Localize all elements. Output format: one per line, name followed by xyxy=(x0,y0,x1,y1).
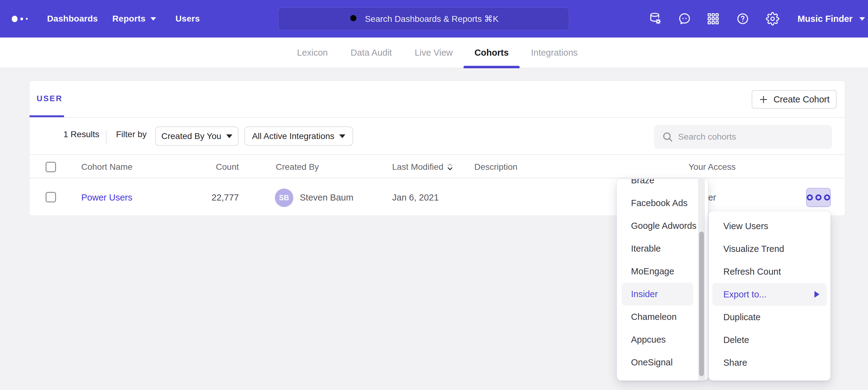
top-nav: Dashboards Reports Users Search Dashboar… xyxy=(0,0,868,37)
account-menu[interactable]: Music Finder xyxy=(798,0,865,37)
export-destinations-submenu: Braze Facebook Ads Google Adwords Iterab… xyxy=(617,179,708,381)
divider xyxy=(30,178,845,178)
column-header-count: Count xyxy=(185,162,239,172)
nav-reports[interactable]: Reports xyxy=(112,0,156,37)
tab-lexicon[interactable]: Lexicon xyxy=(297,37,328,68)
nav-dashboards-label: Dashboards xyxy=(47,14,98,24)
row-more-actions-button[interactable] xyxy=(806,188,831,207)
search-icon xyxy=(662,131,673,142)
tab-user-cohorts[interactable]: USER xyxy=(37,94,62,103)
select-all-checkbox[interactable] xyxy=(45,162,56,172)
search-icon xyxy=(349,13,359,24)
global-search[interactable]: Search Dashboards & Reports ⌘K xyxy=(278,7,569,30)
section-tabs: Lexicon Data Audit Live View Cohorts Int… xyxy=(0,37,868,68)
divider xyxy=(106,130,106,143)
submenu-item-onesignal[interactable]: OneSignal xyxy=(617,351,708,374)
submenu-item-braze[interactable]: Braze xyxy=(617,179,708,192)
menu-item-export-to[interactable]: Export to... xyxy=(712,283,827,306)
menu-item-visualize-trend[interactable]: Visualize Trend xyxy=(709,237,831,260)
account-name: Music Finder xyxy=(798,14,852,24)
tab-cohorts[interactable]: Cohorts xyxy=(474,37,508,68)
integrations-filter-dropdown[interactable]: All Active Integrations xyxy=(244,126,353,146)
nav-reports-label: Reports xyxy=(112,14,146,24)
menu-item-refresh-count[interactable]: Refresh Count xyxy=(709,260,831,283)
menu-item-duplicate[interactable]: Duplicate xyxy=(709,306,831,328)
submenu-item-moengage[interactable]: MoEngage xyxy=(617,260,708,283)
nav-users[interactable]: Users xyxy=(176,0,200,37)
submenu-item-insider[interactable]: Insider xyxy=(622,283,693,305)
column-header-cohort-name: Cohort Name xyxy=(81,162,133,172)
submenu-scrollbar-thumb[interactable] xyxy=(699,232,704,376)
settings-gear-icon[interactable] xyxy=(766,12,779,26)
submenu-item-appcues[interactable]: Appcues xyxy=(617,328,708,351)
cohort-name-link[interactable]: Power Users xyxy=(81,193,132,203)
global-search-placeholder: Search Dashboards & Reports ⌘K xyxy=(365,14,498,24)
menu-item-delete[interactable]: Delete xyxy=(709,328,831,351)
chevron-down-icon xyxy=(859,17,865,21)
cohorts-page: Dashboards Reports Users Search Dashboar… xyxy=(0,0,868,390)
help-icon[interactable] xyxy=(736,12,749,26)
chevron-down-icon xyxy=(339,134,345,138)
submenu-item-iterable[interactable]: Iterable xyxy=(617,237,708,260)
data-management-icon[interactable] xyxy=(648,12,662,26)
column-header-your-access: Your Access xyxy=(688,162,736,172)
created-by-filter-dropdown[interactable]: Created By You xyxy=(155,126,239,146)
apps-grid-icon[interactable] xyxy=(706,12,720,26)
divider xyxy=(30,117,845,118)
sort-descending-icon xyxy=(446,162,454,172)
divider xyxy=(30,154,845,155)
mixpanel-logo-icon[interactable] xyxy=(12,0,28,37)
plus-icon xyxy=(759,95,768,104)
cohort-count: 22,777 xyxy=(185,193,239,203)
menu-item-view-users[interactable]: View Users xyxy=(709,215,831,237)
row-checkbox[interactable] xyxy=(45,192,56,202)
row-actions-menu: View Users Visualize Trend Refresh Count… xyxy=(709,211,831,381)
cohorts-card: USER Create Cohort 1 Results Filter by C… xyxy=(29,80,845,216)
create-cohort-label: Create Cohort xyxy=(774,94,830,105)
nav-users-label: Users xyxy=(176,14,200,24)
active-tab-underline xyxy=(464,66,520,68)
submenu-arrow-icon xyxy=(814,291,819,298)
tab-live-view[interactable]: Live View xyxy=(414,37,453,68)
submenu-item-chameleon[interactable]: Chameleon xyxy=(617,305,708,328)
last-modified-sort-control[interactable]: Last Modified xyxy=(392,162,454,172)
more-dots-icon xyxy=(807,194,813,200)
last-modified-date: Jan 6, 2021 xyxy=(392,193,439,203)
cohort-search-input[interactable] xyxy=(654,125,832,149)
feedback-icon[interactable] xyxy=(678,12,691,26)
column-header-last-modified: Last Modified xyxy=(392,162,454,172)
column-header-description: Description xyxy=(474,162,518,172)
cohort-search xyxy=(654,125,832,149)
column-header-created-by: Created By xyxy=(276,162,319,172)
submenu-item-google-adwords[interactable]: Google Adwords xyxy=(617,215,708,237)
create-cohort-button[interactable]: Create Cohort xyxy=(752,90,837,108)
menu-item-share[interactable]: Share xyxy=(709,351,831,374)
tab-integrations[interactable]: Integrations xyxy=(531,37,578,68)
results-count: 1 Results xyxy=(63,129,99,139)
export-destinations-list: Braze Facebook Ads Google Adwords Iterab… xyxy=(617,179,708,374)
chevron-down-icon xyxy=(226,134,232,138)
creator-name: Steven Baum xyxy=(300,193,353,203)
submenu-item-facebook-ads[interactable]: Facebook Ads xyxy=(617,192,708,215)
creator-avatar: SB xyxy=(275,189,293,207)
filter-by-label: Filter by xyxy=(116,129,147,139)
nav-dashboards[interactable]: Dashboards xyxy=(47,0,98,37)
chevron-down-icon xyxy=(151,17,156,21)
tab-data-audit[interactable]: Data Audit xyxy=(350,37,392,68)
